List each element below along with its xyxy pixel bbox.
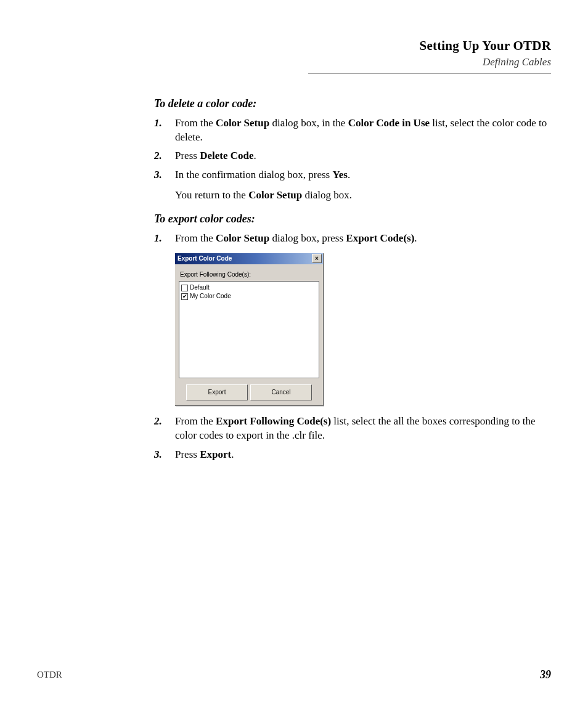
header-rule [308,73,551,74]
bold-text: Export Following Code(s) [216,415,331,427]
step-item: 2. From the Export Following Code(s) lis… [154,415,551,443]
bold-text: Color Setup [216,232,269,244]
step-number: 2. [154,415,175,429]
text: In the confirmation dialog box, press [175,169,332,181]
step-number: 2. [154,149,175,163]
dialog-label: Export Following Code(s): [180,270,318,279]
step-text: From the Export Following Code(s) list, … [175,415,551,443]
step-text: Press Delete Code. [175,149,551,163]
section1-title: To delete a color code: [154,96,551,111]
header-title: Setting Up Your OTDR [308,37,551,54]
close-icon: × [315,256,319,262]
section2-steps-cont: 2. From the Export Following Code(s) lis… [154,415,551,462]
content: To delete a color code: 1. From the Colo… [154,96,551,462]
text: dialog box, in the [269,117,348,129]
dialog-title: Export Color Code [178,254,232,263]
text: From the [175,232,216,244]
list-item[interactable]: ✔ My Color Code [181,292,317,301]
section1-steps: 1. From the Color Setup dialog box, in t… [154,116,551,203]
list-item[interactable]: Default [181,283,317,292]
bold-text: Delete Code [200,150,253,161]
bold-text: Export [200,448,231,460]
page-footer: OTDR 39 [37,667,551,682]
bold-text: Color Setup [216,117,269,129]
export-color-code-dialog: Export Color Code × Export Following Cod… [175,253,324,407]
step-number: 3. [154,168,175,182]
text: dialog box, press [269,232,346,244]
checkbox[interactable] [181,285,188,291]
check-icon: ✔ [182,294,187,299]
step-number: 3. [154,448,175,462]
header-subtitle: Defining Cables [308,55,551,70]
step-item: 3. In the confirmation dialog box, press… [154,168,551,203]
dialog-titlebar: Export Color Code × [175,253,323,264]
step-text: Press Export. [175,448,551,462]
text: From the [175,415,216,427]
page-header: Setting Up Your OTDR Defining Cables [308,37,551,70]
cancel-button[interactable]: Cancel [250,384,312,400]
step-item: 1. From the Color Setup dialog box, in t… [154,116,551,145]
text: Press [175,150,200,161]
text: . [253,150,256,161]
dialog-figure: Export Color Code × Export Following Cod… [175,253,551,407]
footer-left: OTDR [37,668,62,681]
bold-text: Color Setup [248,189,302,201]
text: . [348,169,350,181]
step-item: 2. Press Delete Code. [154,149,551,163]
text: . [231,448,234,460]
text: dialog box. [302,189,352,201]
bold-text: Color Code in Use [348,117,430,129]
text: From the [175,117,216,129]
section2-steps: 1. From the Color Setup dialog box, pres… [154,232,551,246]
bold-text: Export Code(s) [346,232,414,244]
list-item-label: Default [190,283,210,292]
text: . [414,232,417,244]
list-item-label: My Color Code [190,292,231,301]
bold-text: Yes [332,169,348,181]
step-number: 1. [154,232,175,246]
step-item: 1. From the Color Setup dialog box, pres… [154,232,551,246]
export-button[interactable]: Export [186,384,248,400]
page: Setting Up Your OTDR Defining Cables To … [0,0,588,714]
dialog-button-row: Export Cancel [179,384,319,400]
text: Press [175,448,200,460]
step-text: From the Color Setup dialog box, press E… [175,232,551,246]
page-number: 39 [540,667,551,682]
checkbox[interactable]: ✔ [181,293,188,300]
close-button[interactable]: × [312,254,322,263]
step-item: 3. Press Export. [154,448,551,462]
section2-title: To export color codes: [154,211,551,226]
step-text: In the confirmation dialog box, press Ye… [175,168,551,203]
text: You return to the [175,189,248,201]
step-number: 1. [154,116,175,131]
step-text: From the Color Setup dialog box, in the … [175,116,551,145]
export-list: Default ✔ My Color Code [179,281,319,378]
dialog-body: Export Following Code(s): Default ✔ My C… [175,264,323,406]
